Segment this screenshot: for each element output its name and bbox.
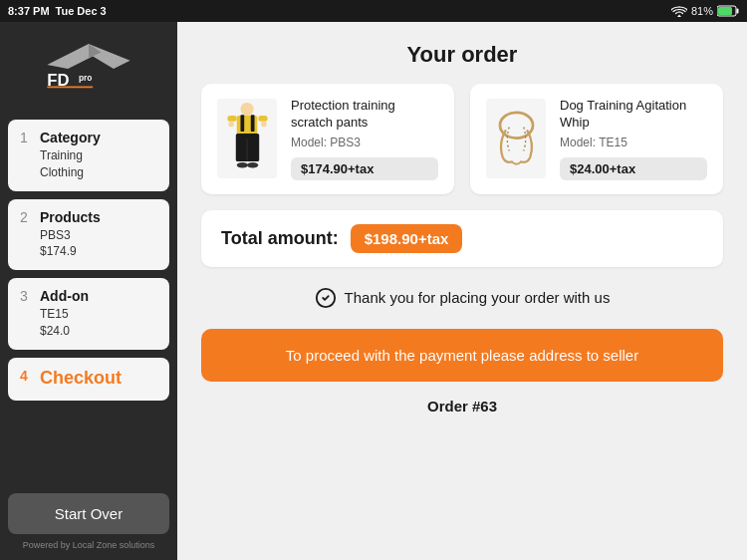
step-content-2: Products PBS3$174.9	[40, 209, 101, 261]
powered-by-text: Powered by Local Zone solutions	[8, 538, 169, 552]
content-area: Your order	[177, 22, 747, 560]
svg-rect-2	[718, 7, 732, 15]
step-number-3: 3	[20, 288, 32, 304]
sidebar-item-checkout[interactable]: 4 Checkout	[8, 358, 169, 401]
step-title-checkout: Checkout	[40, 368, 122, 389]
svg-point-17	[261, 122, 267, 128]
sidebar-bottom: Start Over Powered by Local Zone solutio…	[0, 485, 177, 560]
step-content-3: Add-on TE15$24.0	[40, 288, 89, 340]
item-image-whip	[486, 99, 546, 178]
battery-icon	[717, 5, 739, 17]
step-title-products: Products	[40, 209, 101, 225]
status-bar: 8:37 PM Tue Dec 3 81%	[0, 0, 747, 22]
svg-rect-11	[250, 115, 254, 132]
status-bar-left: 8:37 PM Tue Dec 3	[8, 5, 107, 17]
sidebar: FD pro 1 Category TrainingClothing 2 Pro…	[0, 22, 177, 560]
status-bar-right: 81%	[671, 5, 739, 17]
svg-point-8	[240, 103, 253, 116]
step-content-4: Checkout	[40, 368, 122, 391]
step-number-1: 1	[20, 130, 32, 145]
wifi-icon	[671, 5, 687, 17]
svg-text:pro: pro	[79, 73, 92, 83]
status-day: Tue Dec 3	[56, 5, 107, 17]
sidebar-steps: 1 Category TrainingClothing 2 Products P…	[0, 112, 177, 485]
item-price-pants: $174.90+tax	[291, 157, 438, 180]
item-price-whip: $24.00+tax	[560, 157, 707, 180]
svg-point-18	[236, 162, 247, 168]
step-title-category: Category	[40, 130, 101, 145]
order-number: Order #63	[201, 398, 723, 415]
step-detail-category: TrainingClothing	[40, 147, 101, 181]
item-name-whip: Dog Training Agitation Whip	[560, 98, 707, 132]
total-row: Total amount: $198.90+tax	[201, 210, 723, 267]
step-title-addon: Add-on	[40, 288, 89, 304]
item-image-pants	[217, 99, 277, 178]
step-detail-products: PBS3$174.9	[40, 227, 101, 261]
status-time: 8:37 PM	[8, 5, 50, 17]
item-details-whip: Dog Training Agitation Whip Model: TE15 …	[560, 98, 707, 180]
pants-person-figure	[220, 102, 275, 176]
battery-level: 81%	[691, 5, 713, 17]
page-title: Your order	[201, 42, 723, 68]
sidebar-logo: FD pro	[0, 22, 177, 112]
item-model-whip: Model: TE15	[560, 136, 707, 149]
svg-rect-10	[240, 115, 244, 132]
sidebar-item-addon[interactable]: 3 Add-on TE15$24.0	[8, 278, 169, 350]
main-layout: FD pro 1 Category TrainingClothing 2 Pro…	[0, 22, 747, 560]
total-label: Total amount:	[221, 228, 339, 249]
step-number-4: 4	[20, 368, 32, 384]
item-details-pants: Protection training scratch pants Model:…	[291, 98, 438, 180]
proceed-button[interactable]: To proceed with the payment please addre…	[201, 329, 723, 382]
total-amount-badge: $198.90+tax	[351, 224, 463, 253]
thank-you-text: Thank you for placing your order with us	[345, 289, 611, 306]
check-circle-icon	[315, 287, 337, 309]
order-item-pants: Protection training scratch pants Model:…	[201, 84, 454, 194]
step-number-2: 2	[20, 209, 32, 225]
sidebar-item-products[interactable]: 2 Products PBS3$174.9	[8, 199, 169, 271]
sidebar-item-category[interactable]: 1 Category TrainingClothing	[8, 120, 169, 191]
step-content-1: Category TrainingClothing	[40, 130, 101, 181]
svg-rect-1	[737, 9, 739, 14]
svg-point-19	[247, 162, 258, 168]
item-name-pants: Protection training scratch pants	[291, 98, 438, 132]
whip-figure	[489, 107, 544, 171]
item-model-pants: Model: PBS3	[291, 136, 438, 149]
svg-rect-14	[227, 116, 236, 122]
svg-point-16	[228, 122, 234, 128]
order-items-row: Protection training scratch pants Model:…	[201, 84, 723, 194]
svg-rect-15	[258, 116, 267, 122]
order-item-whip: Dog Training Agitation Whip Model: TE15 …	[470, 84, 723, 194]
step-detail-addon: TE15$24.0	[40, 306, 89, 340]
thank-you-row: Thank you for placing your order with us	[201, 283, 723, 313]
start-over-button[interactable]: Start Over	[8, 493, 169, 534]
fdpro-logo: FD pro	[39, 37, 138, 97]
